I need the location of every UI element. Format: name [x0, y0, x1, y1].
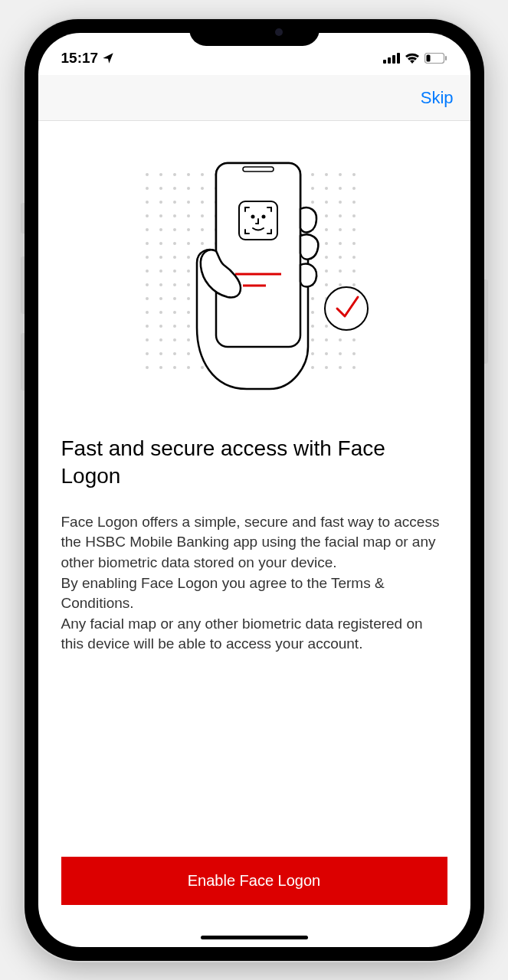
content-area: Fast and secure access with Face Logon F…: [38, 121, 470, 936]
svg-point-168: [159, 311, 162, 314]
svg-point-148: [325, 283, 328, 286]
svg-point-53: [339, 201, 342, 204]
svg-point-121: [173, 270, 176, 273]
svg-point-119: [146, 270, 149, 273]
status-bar-right: [383, 52, 447, 64]
nav-bar: Skip: [38, 75, 470, 121]
svg-point-36: [325, 187, 328, 190]
svg-point-102: [352, 242, 356, 245]
svg-point-231: [146, 366, 149, 369]
svg-point-201: [173, 338, 176, 341]
svg-point-7: [146, 173, 149, 176]
status-time: 15:17: [61, 50, 99, 67]
location-icon: [102, 52, 114, 64]
svg-point-259: [262, 216, 264, 218]
svg-point-40: [159, 201, 162, 204]
svg-point-183: [146, 325, 149, 328]
svg-point-42: [187, 201, 190, 204]
svg-point-152: [159, 297, 162, 300]
svg-point-51: [311, 201, 314, 204]
svg-point-229: [339, 352, 342, 355]
svg-point-26: [187, 187, 190, 190]
svg-point-75: [201, 228, 204, 231]
phone-side-button: [21, 333, 25, 390]
svg-point-86: [352, 228, 356, 231]
svg-point-11: [201, 173, 204, 176]
svg-point-89: [173, 242, 176, 245]
svg-point-244: [325, 366, 328, 369]
svg-point-217: [173, 352, 176, 355]
svg-point-56: [159, 214, 162, 217]
svg-point-230: [352, 352, 356, 355]
home-indicator[interactable]: [201, 936, 308, 939]
svg-rect-2: [392, 55, 395, 64]
svg-point-43: [201, 201, 204, 204]
svg-point-133: [339, 270, 342, 273]
svg-point-84: [325, 228, 328, 231]
svg-point-232: [159, 366, 162, 369]
svg-point-262: [325, 287, 368, 330]
svg-point-184: [159, 325, 162, 328]
page-description: Face Logon offers a simple, secure and f…: [61, 512, 447, 655]
svg-point-70: [352, 214, 356, 217]
svg-point-185: [173, 325, 176, 328]
svg-point-138: [187, 283, 190, 286]
svg-point-103: [146, 256, 149, 259]
svg-point-90: [187, 242, 190, 245]
svg-rect-6: [426, 54, 430, 61]
svg-point-106: [187, 256, 190, 259]
phone-screen: 15:17: [38, 33, 470, 947]
svg-point-120: [159, 270, 162, 273]
svg-point-105: [173, 256, 176, 259]
svg-point-87: [146, 242, 149, 245]
svg-point-137: [173, 283, 176, 286]
svg-point-74: [187, 228, 190, 231]
svg-point-153: [173, 297, 176, 300]
svg-rect-255: [216, 163, 300, 347]
svg-point-25: [173, 187, 176, 190]
svg-point-134: [352, 270, 356, 273]
svg-point-218: [187, 352, 190, 355]
svg-point-154: [187, 297, 190, 300]
svg-point-57: [173, 214, 176, 217]
phone-side-button: [21, 203, 25, 234]
svg-point-227: [311, 352, 314, 355]
svg-point-117: [339, 256, 342, 259]
svg-point-27: [201, 187, 204, 190]
svg-point-85: [339, 228, 342, 231]
svg-point-245: [339, 366, 342, 369]
skip-link[interactable]: Skip: [421, 88, 454, 108]
svg-point-100: [325, 242, 328, 245]
svg-point-122: [187, 270, 190, 273]
svg-point-233: [173, 366, 176, 369]
cellular-signal-icon: [383, 53, 400, 64]
svg-point-104: [159, 256, 162, 259]
svg-point-68: [325, 214, 328, 217]
battery-icon: [424, 53, 447, 64]
svg-point-167: [146, 311, 149, 314]
svg-point-54: [352, 201, 356, 204]
svg-point-202: [187, 338, 190, 341]
svg-point-88: [159, 242, 162, 245]
svg-point-52: [325, 201, 328, 204]
svg-point-39: [146, 201, 149, 204]
svg-point-214: [352, 338, 356, 341]
svg-point-91: [201, 242, 204, 245]
page-heading: Fast and secure access with Face Logon: [61, 435, 447, 491]
enable-face-logon-button[interactable]: Enable Face Logon: [61, 857, 447, 905]
wifi-icon: [405, 52, 420, 64]
svg-point-19: [311, 173, 314, 176]
svg-point-195: [311, 325, 314, 328]
svg-point-196: [325, 325, 328, 328]
svg-point-213: [339, 338, 342, 341]
svg-point-41: [173, 201, 176, 204]
svg-rect-3: [397, 53, 400, 64]
svg-point-38: [352, 187, 356, 190]
svg-point-216: [159, 352, 162, 355]
svg-point-23: [146, 187, 149, 190]
svg-point-20: [325, 173, 328, 176]
phone-notch: [189, 19, 320, 46]
face-logon-illustration: [61, 159, 447, 397]
svg-point-215: [146, 352, 149, 355]
svg-point-179: [311, 311, 314, 314]
